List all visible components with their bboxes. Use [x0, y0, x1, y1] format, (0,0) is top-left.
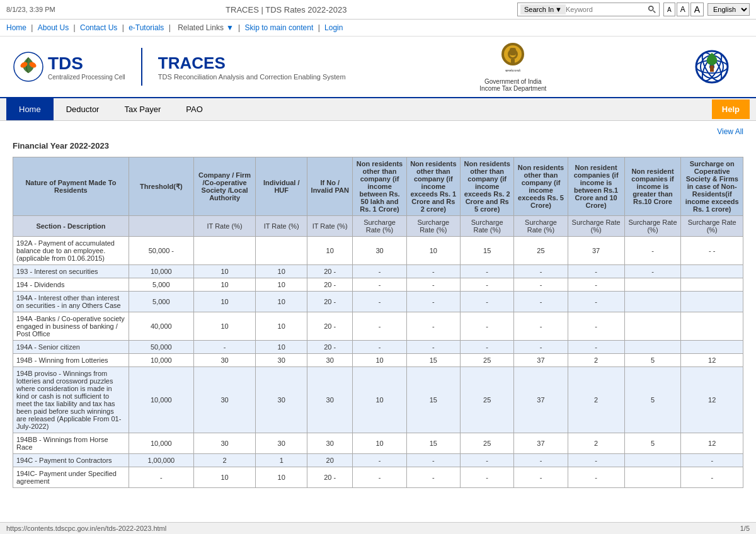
subheader-itrate3: IT Rate (%): [307, 216, 353, 237]
cell-ifno: 20 -: [307, 467, 353, 488]
main-content: View All Financial Year 2022-2023 Nature…: [0, 121, 756, 494]
skip-main-link[interactable]: Skip to main content: [245, 23, 314, 32]
cell-individual: 30: [256, 354, 307, 367]
cell-nr4: -: [514, 292, 568, 312]
cell-nr1: 30: [353, 237, 406, 265]
cell-nature: 194B proviso - Winnings from lotteries a…: [13, 367, 129, 433]
cell-nature: 194BB - Winnings from Horse Race: [13, 433, 129, 454]
cell-nr1: 10: [353, 354, 406, 367]
search-icon[interactable]: [648, 5, 656, 14]
cell-nr3: 25: [461, 367, 514, 433]
subheader-threshold: [129, 216, 193, 237]
login-link[interactable]: Login: [324, 23, 343, 32]
header-threshold: Threshold(₹): [129, 157, 193, 216]
cell-company: 10: [193, 278, 255, 292]
font-small-button[interactable]: A: [663, 3, 675, 16]
page-title: TRACES | TDS Rates 2022-2023: [226, 5, 346, 14]
traces-brand: TRACES TDS Reconciliation Analysis and C…: [158, 54, 346, 81]
cell-nr1: -: [353, 292, 406, 312]
cell-ifno: 20 -: [307, 278, 353, 292]
table-row: 193 - Interest on securities10,000101020…: [13, 265, 743, 278]
search-input[interactable]: [566, 6, 648, 13]
cell-company: 30: [193, 354, 255, 367]
subheader-surcharge2: Surcharge Rate (%): [406, 216, 460, 237]
cell-nr7: 12: [681, 354, 743, 367]
header-nr7: Surcharge on Coperative Society & Firms …: [681, 157, 743, 216]
home-nav-button[interactable]: Home: [6, 98, 54, 120]
cell-individual: 10: [256, 341, 307, 354]
vertical-divider: [141, 48, 142, 86]
cell-nr5: -: [568, 278, 624, 292]
header-nr6: Non resident companies if income is grea…: [624, 157, 681, 216]
cell-nr1: 10: [353, 367, 406, 433]
tds-icon: [13, 51, 44, 82]
cell-threshold: 5,000: [129, 292, 193, 312]
cell-individual: 10: [256, 312, 307, 341]
cell-nr7: - -: [681, 237, 743, 265]
about-us-link[interactable]: About Us: [38, 23, 69, 32]
cell-nr4: 37: [514, 433, 568, 454]
header-individual: Individual / HUF: [256, 157, 307, 216]
cell-nr3: -: [461, 265, 514, 278]
cell-nr6: [624, 278, 681, 292]
pao-nav-button[interactable]: PAO: [173, 98, 215, 120]
svg-point-0: [649, 6, 653, 11]
cell-threshold: 10,000: [129, 367, 193, 433]
main-nav: Home Deductor Tax Payer PAO Help: [0, 98, 756, 121]
cell-nr5: -: [568, 292, 624, 312]
font-large-button[interactable]: A: [690, 3, 704, 16]
cell-nr3: -: [461, 312, 514, 341]
home-link[interactable]: Home: [6, 23, 26, 32]
cell-nature: 194A -Banks / Co-operative society engag…: [13, 312, 129, 341]
search-box: Search In ▼: [517, 3, 660, 16]
cell-nr7: [681, 278, 743, 292]
cell-ifno: 20 -: [307, 265, 353, 278]
cell-nature: 192A - Payment of accumulated balance du…: [13, 237, 129, 265]
cell-nature: 194A - Senior citizen: [13, 341, 129, 354]
table-row: 194BB - Winnings from Horse Race10,00030…: [13, 433, 743, 454]
cell-nr6: 5: [624, 433, 681, 454]
tds-subtext: Centralized Processing Cell: [48, 74, 125, 81]
cell-company: 10: [193, 265, 255, 278]
help-button[interactable]: Help: [712, 99, 750, 119]
cell-nr7: -: [681, 454, 743, 467]
table-row: 194IC- Payment under Specified agreement…: [13, 467, 743, 488]
subheader-surcharge3: Surcharge Rate (%): [461, 216, 514, 237]
cell-nr4: -: [514, 454, 568, 467]
table-row: 192A - Payment of accumulated balance du…: [13, 237, 743, 265]
svg-rect-18: [710, 65, 714, 72]
top-bar: 8/1/23, 3:39 PM TRACES | TDS Rates 2022-…: [0, 0, 756, 20]
tax-payer-nav-button[interactable]: Tax Payer: [112, 98, 173, 120]
svg-line-1: [653, 11, 656, 13]
cell-nature: 194IC- Payment under Specified agreement: [13, 467, 129, 488]
cell-company: 2: [193, 454, 255, 467]
contact-us-link[interactable]: Contact Us: [80, 23, 117, 32]
cell-nr4: -: [514, 278, 568, 292]
subheader-section: Section - Description: [13, 216, 129, 237]
search-in-button[interactable]: Search In ▼: [520, 4, 566, 14]
cell-nr5: 2: [568, 354, 624, 367]
table-row: 194A -Banks / Co-operative society engag…: [13, 312, 743, 341]
cell-nr2: 15: [406, 354, 460, 367]
cell-threshold: 10,000: [129, 354, 193, 367]
language-select[interactable]: English Hindi: [707, 3, 750, 16]
header-nr3: Non residents other than company (if inc…: [461, 157, 514, 216]
related-links-dropdown[interactable]: Related Links▼: [175, 23, 236, 32]
cell-company: 30: [193, 433, 255, 454]
cell-nr5: -: [568, 467, 624, 488]
cell-nr3: 25: [461, 354, 514, 367]
cell-nr4: -: [514, 467, 568, 488]
cell-nr1: 10: [353, 433, 406, 454]
cell-individual: 10: [256, 467, 307, 488]
table-row: 194B proviso - Winnings from lotteries a…: [13, 367, 743, 433]
cell-threshold: 10,000: [129, 433, 193, 454]
deductor-nav-button[interactable]: Deductor: [54, 98, 112, 120]
header-company: Company / Firm /Co-operative Society /Lo…: [193, 157, 255, 216]
e-tutorials-link[interactable]: e-Tutorials: [129, 23, 164, 32]
font-medium-button[interactable]: A: [677, 3, 689, 16]
cell-nr1: -: [353, 312, 406, 341]
cell-nr4: -: [514, 312, 568, 341]
table-row: 194B - Winning from Lotteries10,00030303…: [13, 354, 743, 367]
view-all-link[interactable]: View All: [717, 127, 743, 136]
cell-nr4: 37: [514, 367, 568, 433]
